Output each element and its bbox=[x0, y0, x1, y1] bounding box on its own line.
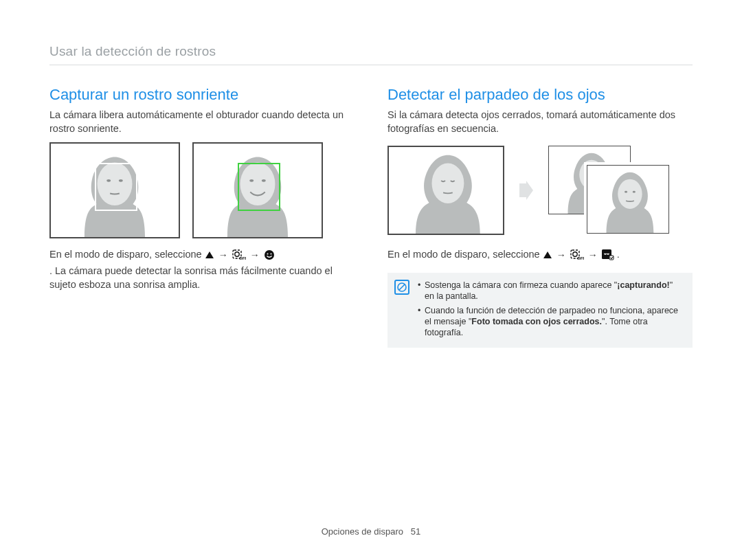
arrow-icon: → bbox=[217, 249, 229, 262]
heading-smile: Capturar un rostro sonriente bbox=[49, 85, 355, 105]
sequence-arrow-icon bbox=[517, 142, 536, 238]
arrow-icon: → bbox=[249, 249, 261, 262]
blink-mode-icon bbox=[602, 249, 614, 260]
illustration-row-blink bbox=[387, 142, 693, 238]
svg-point-23 bbox=[633, 191, 636, 193]
svg-point-16 bbox=[431, 164, 464, 204]
intro-smile: La cámara libera automáticamente el obtu… bbox=[49, 109, 355, 135]
smile-mode-icon bbox=[264, 249, 275, 260]
footer-page-number: 51 bbox=[411, 526, 420, 537]
svg-marker-8 bbox=[205, 251, 214, 258]
detection-rect-white bbox=[95, 163, 137, 211]
manual-page: Usar la detección de rostros Capturar un… bbox=[0, 0, 742, 560]
content-columns: Capturar un rostro sonriente La cámara l… bbox=[49, 85, 693, 348]
up-triangle-icon bbox=[205, 251, 214, 259]
dot: . bbox=[617, 248, 620, 262]
note-item-1: Sostenga la cámara con firmeza cuando ap… bbox=[418, 280, 684, 302]
svg-line-31 bbox=[399, 284, 405, 290]
note-list: Sostenga la cámara con firmeza cuando ap… bbox=[418, 280, 684, 338]
frame-eyes-closed bbox=[387, 146, 504, 235]
selection-line-blink: En el modo de disparo, seleccione → OFF … bbox=[387, 248, 693, 262]
face-off-icon: OFF bbox=[232, 249, 246, 260]
svg-point-12 bbox=[265, 250, 274, 260]
arrow-icon: → bbox=[587, 249, 599, 262]
svg-text:OFF: OFF bbox=[239, 256, 246, 260]
svg-point-21 bbox=[618, 179, 642, 209]
thumb-open bbox=[587, 165, 669, 234]
svg-marker-17 bbox=[519, 181, 533, 200]
arrow-icon: → bbox=[555, 249, 567, 262]
sel-prefix-right: En el modo de disparo, seleccione bbox=[387, 248, 540, 262]
face-closed-illustration bbox=[389, 147, 503, 234]
face-open-small-illustration bbox=[587, 166, 668, 233]
svg-point-22 bbox=[625, 191, 627, 193]
note-icon bbox=[394, 280, 409, 295]
svg-point-13 bbox=[267, 254, 268, 255]
illustration-row-smile bbox=[49, 142, 355, 238]
breadcrumb: Usar la detección de rostros bbox=[49, 43, 693, 65]
svg-point-14 bbox=[270, 254, 271, 255]
svg-marker-24 bbox=[543, 251, 552, 258]
frame-smile bbox=[192, 142, 323, 238]
frame-neutral bbox=[49, 142, 180, 238]
up-triangle-icon bbox=[543, 251, 552, 259]
column-right: Detectar el parpadeo de los ojos Si la c… bbox=[387, 85, 693, 348]
sel-prefix-left: En el modo de disparo, seleccione bbox=[49, 248, 202, 262]
thumb-stack bbox=[548, 146, 679, 235]
sel-suffix-left: . La cámara puede detectar la sonrisa má… bbox=[49, 265, 355, 291]
note-box: Sostenga la cámara con firmeza cuando ap… bbox=[387, 273, 693, 348]
face-off-icon: OFF bbox=[570, 249, 584, 260]
detection-rect-green bbox=[238, 163, 280, 211]
svg-text:OFF: OFF bbox=[577, 256, 584, 260]
footer-label: Opciones de disparo bbox=[322, 526, 403, 537]
page-footer: Opciones de disparo 51 bbox=[0, 526, 742, 538]
selection-line-smile: En el modo de disparo, seleccione → OFF … bbox=[49, 248, 355, 291]
column-left: Capturar un rostro sonriente La cámara l… bbox=[49, 85, 355, 348]
intro-blink: Si la cámara detecta ojos cerrados, toma… bbox=[387, 109, 693, 135]
note-item-2: Cuando la función de detección de parpad… bbox=[418, 305, 684, 339]
heading-blink: Detectar el parpadeo de los ojos bbox=[387, 85, 693, 105]
